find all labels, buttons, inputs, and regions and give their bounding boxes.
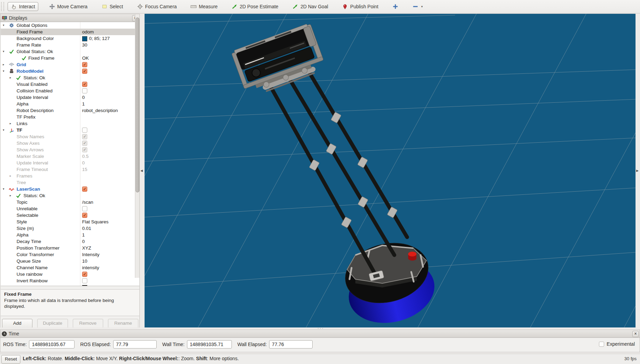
ros-time-input[interactable] — [29, 340, 75, 348]
property-value[interactable]: OK — [82, 55, 89, 61]
tree-row-marker-scale[interactable]: Marker Scale0.5 — [1, 153, 139, 160]
tree-row-style[interactable]: StyleFlat Squares — [1, 219, 139, 225]
remove-button[interactable]: Remove — [73, 319, 103, 328]
tree-row-update-interval[interactable]: Update Interval0 — [1, 94, 139, 101]
checkbox[interactable]: ✓ — [82, 62, 87, 67]
tool-move-camera[interactable]: Move Camera — [46, 2, 91, 11]
ros-elapsed-input[interactable] — [113, 340, 157, 348]
wall-time-input[interactable] — [187, 340, 232, 348]
checkbox[interactable]: ✓ — [82, 272, 87, 277]
tree-row-tf[interactable]: ▾TF — [1, 127, 139, 133]
checkbox[interactable]: ✓ — [82, 69, 87, 74]
property-value[interactable]: 0.5 — [82, 153, 89, 160]
3d-viewport[interactable] — [145, 14, 636, 327]
scrollbar-thumb[interactable] — [136, 18, 139, 192]
chevron-down-icon[interactable]: ▾ — [3, 48, 4, 55]
tool-2d-pose-estimate[interactable]: 2D Pose Estimate — [228, 2, 282, 11]
time-panel-header[interactable]: Time × — [0, 330, 640, 338]
tree-row-alpha[interactable]: Alpha1 — [1, 232, 139, 238]
tree-row-robot-description[interactable]: Robot Descriptionrobot_description — [1, 107, 139, 114]
tree-row-grid[interactable]: ▸Grid✓ — [1, 61, 139, 68]
tree-row-status-ok[interactable]: ▸Status: Ok — [1, 74, 139, 81]
chevron-down-icon[interactable]: ▾ — [421, 5, 423, 8]
scrollbar[interactable] — [135, 14, 139, 278]
wall-elapsed-input[interactable] — [269, 340, 313, 348]
tree-row-tree[interactable]: Tree — [1, 179, 139, 186]
checkbox[interactable]: ✓ — [82, 141, 87, 146]
tree-row-frames[interactable]: ▸Frames — [1, 173, 139, 179]
checkbox[interactable] — [82, 278, 87, 283]
tool-measure[interactable]: Measure — [187, 2, 220, 11]
tool-interact[interactable]: Interact — [8, 2, 38, 11]
property-value[interactable]: 15 — [82, 166, 87, 173]
property-value[interactable]: 30 — [82, 42, 87, 48]
property-value[interactable]: 0 — [82, 238, 85, 245]
close-icon[interactable]: × — [632, 331, 639, 337]
property-value[interactable]: robot_description — [82, 107, 118, 114]
chevron-right-icon[interactable]: ▸ — [10, 120, 11, 127]
property-value[interactable]: 0; 0; 0 — [89, 284, 102, 286]
tool-add-tool-icon[interactable] — [389, 2, 402, 11]
tree-row-visual-enabled[interactable]: Visual Enabled✓ — [1, 81, 139, 88]
tool-publish-point[interactable]: Publish Point — [339, 2, 382, 11]
tree-row-global-options[interactable]: ▾Global Options — [1, 22, 139, 29]
property-value[interactable]: Intensity — [82, 251, 99, 258]
checkbox[interactable]: ✓ — [82, 213, 87, 218]
checkbox[interactable]: ✓ — [82, 134, 87, 139]
tree-row-laserscan[interactable]: ▾LaserScan✓ — [1, 186, 139, 192]
checkbox[interactable]: ✓ — [82, 147, 87, 152]
tree-row-robotmodel[interactable]: ▾RobotModel✓ — [1, 68, 139, 74]
tree-row-position-transformer[interactable]: Position TransformerXYZ — [1, 245, 139, 251]
tree-row-background-color[interactable]: Background Color0; 85; 127 — [1, 35, 139, 42]
panel-splitter[interactable]: ◀ — [140, 14, 145, 327]
checkbox[interactable]: ✓ — [82, 82, 87, 87]
chevron-right-icon[interactable]: ▸ — [10, 74, 11, 81]
tree-row-decay-time[interactable]: Decay Time0 — [1, 238, 139, 245]
chevron-right-icon[interactable]: ▸ — [3, 61, 4, 68]
tree-row-tf-prefix[interactable]: TF Prefix — [1, 114, 139, 120]
tree-row-show-names[interactable]: Show Names✓ — [1, 133, 139, 140]
chevron-down-icon[interactable]: ▾ — [3, 22, 4, 29]
tool-focus-camera[interactable]: Focus Camera — [134, 2, 180, 11]
tree-row-size-m[interactable]: Size (m)0.01 — [1, 225, 139, 232]
property-value[interactable]: 1 — [82, 232, 85, 238]
toolbar-drag-handle[interactable] — [1, 2, 4, 11]
property-value[interactable]: intensity — [82, 264, 99, 271]
tree-row-links[interactable]: ▸Links — [1, 120, 139, 127]
property-value[interactable]: odom — [82, 29, 94, 35]
tree-row-queue-size[interactable]: Queue Size10 — [1, 258, 139, 264]
tree-row-selectable[interactable]: Selectable✓ — [1, 212, 139, 219]
tree-row-fixed-frame[interactable]: Fixed FrameOK — [1, 55, 139, 61]
tree-row-fixed-frame[interactable]: Fixed Frameodom — [1, 29, 139, 35]
tree-row-channel-name[interactable]: Channel Nameintensity — [1, 264, 139, 271]
dock-strip-right[interactable]: ▶ — [636, 14, 640, 327]
checkbox[interactable]: ✓ — [82, 186, 87, 192]
checkbox[interactable] — [82, 128, 87, 133]
property-value[interactable]: Flat Squares — [82, 219, 109, 225]
checkbox[interactable] — [82, 206, 87, 211]
tree-row-min-color[interactable]: Min Color0; 0; 0 — [1, 284, 139, 286]
chevron-right-icon[interactable]: ▸ — [10, 173, 11, 179]
tree-row-show-axes[interactable]: Show Axes✓ — [1, 140, 139, 146]
tree-row-collision-enabled[interactable]: Collision Enabled — [1, 88, 139, 94]
tree-row-topic[interactable]: Topic/scan — [1, 199, 139, 205]
tree-row-frame-timeout[interactable]: Frame Timeout15 — [1, 166, 139, 173]
property-value[interactable]: /scan — [82, 199, 93, 205]
tree-row-unreliable[interactable]: Unreliable — [1, 205, 139, 212]
tree-row-global-status-ok[interactable]: ▾Global Status: Ok — [1, 48, 139, 55]
tree-row-status-ok[interactable]: ▸Status: Ok — [1, 192, 139, 199]
property-value[interactable]: 0.01 — [82, 225, 91, 232]
experimental-toggle[interactable]: Experimental — [599, 341, 635, 347]
reset-button[interactable]: Reset — [1, 355, 20, 364]
property-value[interactable]: 1 — [82, 101, 85, 107]
property-value[interactable]: XYZ — [82, 245, 91, 251]
property-value[interactable]: 0 — [82, 94, 85, 101]
tree-row-frame-rate[interactable]: Frame Rate30 — [1, 42, 139, 48]
tool-select[interactable]: Select — [98, 2, 126, 11]
tree-row-color-transformer[interactable]: Color TransformerIntensity — [1, 251, 139, 258]
add-button[interactable]: Add — [2, 319, 32, 328]
chevron-down-icon[interactable]: ▾ — [3, 186, 4, 192]
tree-row-alpha[interactable]: Alpha1 — [1, 101, 139, 107]
tree-row-show-arrows[interactable]: Show Arrows✓ — [1, 146, 139, 153]
property-value[interactable]: 10 — [82, 258, 87, 264]
